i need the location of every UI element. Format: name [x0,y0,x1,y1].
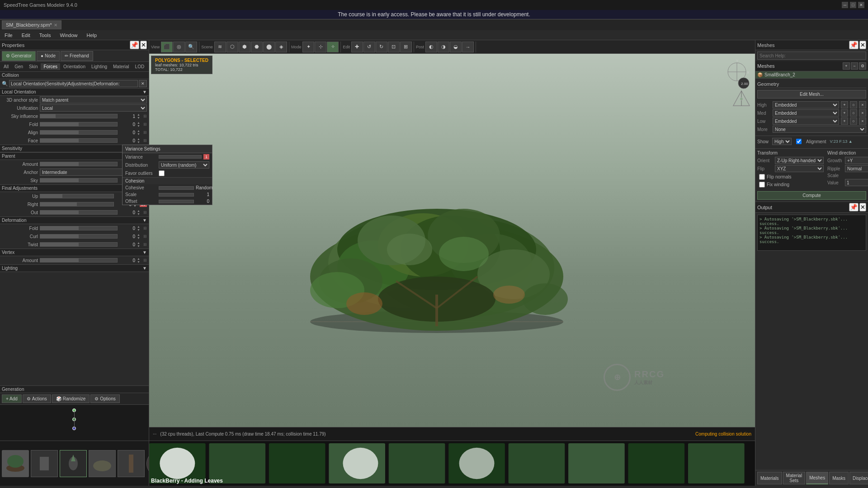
cohesive-slider[interactable] [159,186,194,190]
vertex-amount-slider[interactable] [40,258,118,263]
output-close-button[interactable]: ✕ [859,203,866,211]
geo-med-btn2[interactable]: ○ [850,109,857,117]
face-slider[interactable] [40,138,118,143]
local-orientation-collapse[interactable]: ▼ [142,89,147,94]
lighting-collapse[interactable]: ▼ [142,266,147,271]
show-select[interactable]: HighMedLow [772,138,792,145]
variance-slider[interactable] [159,155,202,159]
parent-sky-slider[interactable] [40,178,118,183]
mode-btn3[interactable]: ✧ [327,42,339,52]
viewport-canvas[interactable]: perspective POLYGONS - SELECTED leaf mes… [149,54,755,427]
ripple-select[interactable]: Normal [845,165,868,172]
flip-normals-checkbox[interactable] [759,174,765,180]
sub-tab-lighting[interactable]: Lighting [89,63,110,70]
mode-btn2[interactable]: ⊹ [315,42,326,52]
search-help-input[interactable] [757,52,866,60]
post-btn4[interactable]: → [462,42,474,52]
twist-arrows[interactable]: ▲▼ [137,241,142,248]
edit-btn2[interactable]: ↺ [363,42,375,52]
distribution-select[interactable]: Uniform (random) [159,161,209,169]
sub-tab-material[interactable]: Material [110,63,132,70]
tab-materials[interactable]: Materials [757,472,782,484]
view-zoom-btn[interactable]: 🔍 [185,42,197,52]
geo-low-select[interactable]: Embedded [773,117,839,125]
remove-mesh-button[interactable]: − [851,62,858,70]
fold-d-slider[interactable] [40,226,118,230]
view-perspective-btn[interactable]: ⬛ [161,42,173,52]
twist-slider[interactable] [40,242,118,247]
file-tab-close[interactable]: ✕ [54,23,57,28]
sky-influence-arrows[interactable]: ▲▼ [137,113,142,119]
props-close-button[interactable]: ✕ [140,41,147,49]
scene-btn4[interactable]: ⬣ [251,42,263,52]
tab-displacement[interactable]: Displacement [849,472,868,484]
mesh-list-item[interactable]: 📦 SmallBranch_2 [755,71,868,78]
scene-btn2[interactable]: ⬡ [226,42,238,52]
post-btn3[interactable]: ◒ [450,42,462,52]
geo-high-btn2[interactable]: ○ [850,101,857,108]
edit-mesh-button[interactable]: Edit Mesh... [757,90,866,99]
view-orbit-btn[interactable]: ◎ [173,42,185,52]
sub-tab-skin[interactable]: Skin [26,63,40,70]
meshes-pin-button[interactable]: 📌 [849,41,859,49]
sub-tab-forces[interactable]: Forces [41,63,60,70]
menu-edit[interactable]: Edit [17,32,35,39]
thumb-item-3[interactable] [60,450,87,477]
curl-arrows[interactable]: ▲▼ [137,233,142,239]
file-tab[interactable]: SM_Blackberry.spm* ✕ [2,20,61,29]
tab-material-sets[interactable]: Material Sets [783,472,806,484]
geo-more-select[interactable]: None [773,126,866,133]
vertex-amount-arrows[interactable]: ▲▼ [137,257,142,263]
edit-btn3[interactable]: ↻ [376,42,387,52]
options-button[interactable]: ⚙ Options [90,394,119,403]
anchor-select[interactable]: Match parent [40,96,147,103]
show-checkbox[interactable] [796,139,802,144]
props-pin-button[interactable]: 📌 [130,41,139,49]
align-arrows[interactable]: ▲▼ [137,129,142,136]
menu-tools[interactable]: Tools [35,32,56,39]
geo-high-btn3[interactable]: × [859,101,866,108]
search-clear-button[interactable]: ✕ [139,80,147,87]
tab-meshes[interactable]: Meshes [806,472,828,484]
thumb-item-5[interactable] [118,450,145,477]
tab-masks[interactable]: Masks [829,472,849,484]
flip-select[interactable]: XYZ [775,165,824,172]
sub-tab-gen[interactable]: Gen [12,63,26,70]
fold-d-arrows[interactable]: ▲▼ [137,225,142,231]
scene-btn5[interactable]: ⬤ [263,42,275,52]
post-btn2[interactable]: ◑ [438,42,449,52]
out-arrows[interactable]: ▲▼ [137,209,142,216]
value-input[interactable] [845,179,868,186]
thumb-item-1[interactable] [2,450,29,477]
fix-winding-checkbox[interactable] [759,182,765,188]
edit-btn4[interactable]: ⊡ [388,42,400,52]
align-slider[interactable] [40,130,118,135]
mesh-options-button[interactable]: ⚙ [859,62,866,70]
scene-btn6[interactable]: ◈ [275,42,287,52]
unification-select[interactable]: Local [40,104,147,112]
geo-low-btn2[interactable]: ○ [850,117,857,125]
tab-freehand[interactable]: ✏ Freehand [61,51,93,61]
scene-btn1[interactable]: ≋ [214,42,226,52]
menu-help[interactable]: Help [82,32,102,39]
output-pin-button[interactable]: 📌 [849,203,859,211]
add-mesh-button[interactable]: + [843,62,850,70]
actions-button[interactable]: ⚙ Actions [23,394,51,403]
parent-amount-slider[interactable] [40,162,118,166]
sub-tab-all[interactable]: All [1,63,11,70]
thumb-item-4[interactable] [89,450,116,477]
mode-btn1[interactable]: ✦ [302,42,314,52]
vertex-collapse[interactable]: ▼ [142,250,147,255]
viewport-gizmo[interactable]: Y X 2.00 [723,58,750,94]
right-slider[interactable] [40,202,114,206]
search-input[interactable] [9,80,138,87]
thumb-item-6[interactable] [146,450,149,477]
sky-influence-slider[interactable] [40,114,118,118]
geo-high-select[interactable]: Embedded [773,101,839,108]
orient-select[interactable]: Z-Up Right-handed [775,157,824,164]
sub-tab-orientation[interactable]: Orientation [61,63,88,70]
maximize-button[interactable]: □ [850,2,856,8]
growth-select[interactable]: +Y [845,157,868,164]
edit-btn1[interactable]: ✚ [351,42,363,52]
meshes-close-button[interactable]: ✕ [859,41,866,49]
